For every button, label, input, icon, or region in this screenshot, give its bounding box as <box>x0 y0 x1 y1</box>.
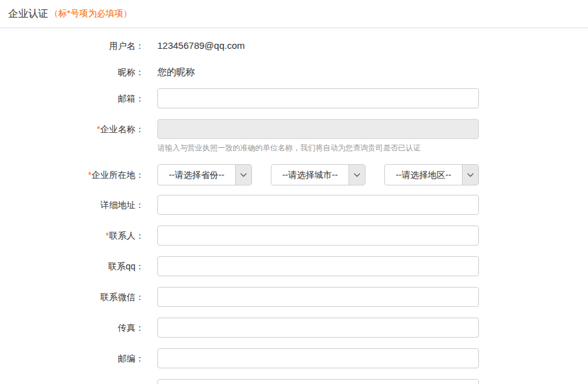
next-field-control <box>157 379 479 384</box>
address-control <box>157 195 479 215</box>
field-label-text: 企业名称： <box>100 124 144 134</box>
field-label-text: 联系qq： <box>108 261 144 271</box>
contact-qq-control <box>157 256 479 276</box>
city-select-value: --请选择城市-- <box>271 165 349 185</box>
company-name-label: *企业名称： <box>0 119 144 153</box>
username-value: 123456789@qq.com <box>157 36 479 55</box>
enterprise-verification-page: 企业认证 （标*号项为必填项） 用户名：123456789@qq.com昵称：您… <box>0 0 588 384</box>
company-location-label: *企业所在地： <box>0 164 144 185</box>
province-select[interactable]: --请选择省份-- <box>157 164 252 185</box>
form-row-contact-person: *联系人： <box>0 226 588 246</box>
province-select-value: --请选择省份-- <box>158 165 235 185</box>
form-row-next-field <box>0 379 588 384</box>
field-label-text: 传真： <box>118 323 144 333</box>
field-label-text: 企业所在地： <box>92 170 144 180</box>
field-label-text: 详细地址： <box>100 200 144 210</box>
field-label-text: 邮编： <box>118 353 144 363</box>
chevron-down-icon <box>349 165 365 185</box>
form-row-postal-code: 邮编： <box>0 348 588 368</box>
field-label-text: 用户名： <box>109 41 144 51</box>
field-label-text: 邮箱： <box>118 93 144 103</box>
district-select[interactable]: --请选择地区-- <box>384 164 479 185</box>
chevron-down-icon <box>235 165 251 185</box>
address-label: 详细地址： <box>0 195 144 215</box>
email-input[interactable] <box>157 88 479 108</box>
company-name-hint: 请输入与营业执照一致的准确的单位名称，我们将自动为您查询贵司是否已认证 <box>157 142 479 153</box>
contact-wechat-control <box>157 287 479 307</box>
username-control: 123456789@qq.com <box>157 36 479 55</box>
city-select[interactable]: --请选择城市-- <box>271 164 365 185</box>
fax-input[interactable] <box>157 318 479 338</box>
district-select-value: --请选择地区-- <box>385 165 462 185</box>
next-field-label <box>0 379 144 384</box>
email-label: 邮箱： <box>0 88 144 108</box>
nickname-control: 您的昵称 <box>157 63 479 81</box>
company-name-input <box>157 119 479 139</box>
contact-person-control <box>157 226 479 246</box>
nickname-label: 昵称： <box>0 63 144 81</box>
page-header: 企业认证 （标*号项为必填项） <box>0 0 588 28</box>
form-row-company-name: *企业名称：请输入与营业执照一致的准确的单位名称，我们将自动为您查询贵司是否已认… <box>0 119 588 153</box>
next-field-input[interactable] <box>157 379 479 384</box>
address-input[interactable] <box>157 195 479 215</box>
required-note: （标*号项为必填项） <box>50 8 132 19</box>
form-row-company-location: *企业所在地：--请选择省份----请选择城市----请选择地区-- <box>0 164 588 185</box>
postal-code-label: 邮编： <box>0 348 144 368</box>
company-name-control: 请输入与营业执照一致的准确的单位名称，我们将自动为您查询贵司是否已认证 <box>157 119 479 153</box>
field-label-text: 联系微信： <box>100 292 144 302</box>
form-row-username: 用户名：123456789@qq.com <box>0 36 588 55</box>
postal-code-input[interactable] <box>157 348 479 368</box>
contact-qq-input[interactable] <box>157 256 479 276</box>
email-control <box>157 88 479 108</box>
form-row-address: 详细地址： <box>0 195 588 215</box>
contact-wechat-label: 联系微信： <box>0 287 144 307</box>
enterprise-form: 用户名：123456789@qq.com昵称：您的昵称邮箱：*企业名称：请输入与… <box>0 28 588 384</box>
contact-person-input[interactable] <box>157 226 479 246</box>
postal-code-control <box>157 348 479 368</box>
nickname-value: 您的昵称 <box>157 63 479 81</box>
contact-qq-label: 联系qq： <box>0 256 144 276</box>
fax-label: 传真： <box>0 318 144 338</box>
field-label-text: 昵称： <box>118 67 144 77</box>
fax-control <box>157 318 479 338</box>
form-row-contact-wechat: 联系微信： <box>0 287 588 307</box>
form-row-email: 邮箱： <box>0 88 588 108</box>
field-label-text: 联系人： <box>109 231 144 241</box>
username-label: 用户名： <box>0 36 144 55</box>
page-title: 企业认证 <box>8 8 48 21</box>
contact-wechat-input[interactable] <box>157 287 479 307</box>
form-row-nickname: 昵称：您的昵称 <box>0 63 588 81</box>
company-location-control: --请选择省份----请选择城市----请选择地区-- <box>157 164 479 185</box>
form-row-contact-qq: 联系qq： <box>0 256 588 276</box>
form-row-fax: 传真： <box>0 318 588 338</box>
chevron-down-icon <box>462 165 478 185</box>
contact-person-label: *联系人： <box>0 226 144 246</box>
